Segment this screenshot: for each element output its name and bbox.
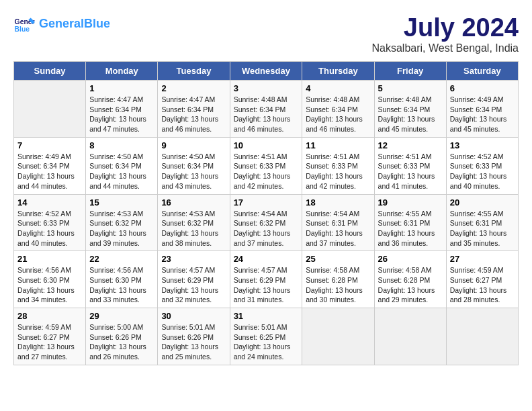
cell-info: Sunrise: 4:53 AMSunset: 6:32 PMDaylight:… [89,209,154,248]
calendar-cell: 29Sunrise: 5:00 AMSunset: 6:26 PMDayligh… [86,308,158,365]
calendar-cell: 9Sunrise: 4:50 AMSunset: 6:34 PMDaylight… [158,137,230,194]
day-number: 30 [161,311,226,321]
day-number: 9 [161,140,226,150]
day-number: 16 [161,197,226,208]
calendar-cell: 17Sunrise: 4:54 AMSunset: 6:32 PMDayligh… [230,194,302,251]
day-number: 4 [306,83,370,93]
calendar-cell: 23Sunrise: 4:57 AMSunset: 6:29 PMDayligh… [158,251,230,308]
calendar-cell: 11Sunrise: 4:51 AMSunset: 6:33 PMDayligh… [302,137,374,194]
week-row-2: 7Sunrise: 4:49 AMSunset: 6:34 PMDaylight… [14,137,519,194]
header-row: SundayMondayTuesdayWednesdayThursdayFrid… [14,62,519,81]
calendar-cell: 1Sunrise: 4:47 AMSunset: 6:34 PMDaylight… [86,81,158,138]
day-number: 28 [17,311,82,321]
calendar-cell: 28Sunrise: 4:59 AMSunset: 6:27 PMDayligh… [14,308,86,365]
day-number: 6 [450,83,515,93]
calendar-cell: 30Sunrise: 5:01 AMSunset: 6:26 PMDayligh… [158,308,230,365]
day-number: 7 [17,140,82,150]
month-title: July 2024 [372,13,519,42]
logo: General Blue GeneralBlue [13,13,110,35]
day-number: 31 [234,311,299,321]
cell-info: Sunrise: 4:47 AMSunset: 6:34 PMDaylight:… [89,95,154,134]
cell-info: Sunrise: 4:51 AMSunset: 6:33 PMDaylight:… [306,152,370,191]
calendar-cell: 2Sunrise: 4:47 AMSunset: 6:34 PMDaylight… [158,81,230,138]
day-number: 13 [450,140,515,150]
cell-info: Sunrise: 4:58 AMSunset: 6:28 PMDaylight:… [306,265,370,305]
day-number: 21 [17,254,82,264]
cell-info: Sunrise: 4:49 AMSunset: 6:34 PMDaylight:… [450,95,515,134]
logo-icon: General Blue [13,13,35,35]
week-row-4: 21Sunrise: 4:56 AMSunset: 6:30 PMDayligh… [14,251,519,308]
header-cell-monday: Monday [86,62,158,81]
day-number: 22 [89,254,154,264]
calendar-cell: 20Sunrise: 4:55 AMSunset: 6:31 PMDayligh… [446,194,518,251]
calendar-cell: 7Sunrise: 4:49 AMSunset: 6:34 PMDaylight… [14,137,86,194]
day-number: 20 [450,197,515,208]
header-cell-tuesday: Tuesday [158,62,230,81]
calendar-cell: 15Sunrise: 4:53 AMSunset: 6:32 PMDayligh… [86,194,158,251]
cell-info: Sunrise: 4:53 AMSunset: 6:32 PMDaylight:… [161,209,226,248]
cell-info: Sunrise: 4:59 AMSunset: 6:27 PMDaylight:… [17,322,82,362]
calendar-cell: 27Sunrise: 4:59 AMSunset: 6:27 PMDayligh… [446,251,518,308]
week-row-5: 28Sunrise: 4:59 AMSunset: 6:27 PMDayligh… [14,308,519,365]
cell-info: Sunrise: 4:57 AMSunset: 6:29 PMDaylight:… [161,265,226,305]
cell-info: Sunrise: 5:01 AMSunset: 6:26 PMDaylight:… [161,322,226,362]
day-number: 1 [89,83,154,93]
day-number: 26 [378,254,443,264]
svg-text:Blue: Blue [15,26,30,33]
cell-info: Sunrise: 4:52 AMSunset: 6:33 PMDaylight:… [17,209,82,248]
calendar-cell: 13Sunrise: 4:52 AMSunset: 6:33 PMDayligh… [446,137,518,194]
day-number: 24 [234,254,299,264]
calendar-cell: 8Sunrise: 4:50 AMSunset: 6:34 PMDaylight… [86,137,158,194]
header-cell-thursday: Thursday [302,62,374,81]
cell-info: Sunrise: 4:50 AMSunset: 6:34 PMDaylight:… [89,152,154,191]
day-number: 15 [89,197,154,208]
header-cell-friday: Friday [374,62,446,81]
calendar-cell: 22Sunrise: 4:56 AMSunset: 6:30 PMDayligh… [86,251,158,308]
week-row-1: 1Sunrise: 4:47 AMSunset: 6:34 PMDaylight… [14,81,519,138]
cell-info: Sunrise: 4:47 AMSunset: 6:34 PMDaylight:… [161,95,226,134]
calendar-cell: 21Sunrise: 4:56 AMSunset: 6:30 PMDayligh… [14,251,86,308]
calendar-cell: 16Sunrise: 4:53 AMSunset: 6:32 PMDayligh… [158,194,230,251]
calendar-cell: 4Sunrise: 4:48 AMSunset: 6:34 PMDaylight… [302,81,374,138]
cell-info: Sunrise: 4:56 AMSunset: 6:30 PMDaylight:… [89,265,154,305]
calendar-cell: 24Sunrise: 4:57 AMSunset: 6:29 PMDayligh… [230,251,302,308]
calendar-cell: 25Sunrise: 4:58 AMSunset: 6:28 PMDayligh… [302,251,374,308]
day-number: 27 [450,254,515,264]
cell-info: Sunrise: 4:52 AMSunset: 6:33 PMDaylight:… [450,152,515,191]
calendar-cell [302,308,374,365]
calendar-cell: 14Sunrise: 4:52 AMSunset: 6:33 PMDayligh… [14,194,86,251]
cell-info: Sunrise: 4:50 AMSunset: 6:34 PMDaylight:… [161,152,226,191]
cell-info: Sunrise: 4:48 AMSunset: 6:34 PMDaylight:… [378,95,443,134]
calendar-cell: 12Sunrise: 4:51 AMSunset: 6:33 PMDayligh… [374,137,446,194]
day-number: 18 [306,197,370,208]
cell-info: Sunrise: 4:59 AMSunset: 6:27 PMDaylight:… [450,265,515,305]
day-number: 8 [89,140,154,150]
cell-info: Sunrise: 4:48 AMSunset: 6:34 PMDaylight:… [306,95,370,134]
day-number: 5 [378,83,443,93]
cell-info: Sunrise: 4:51 AMSunset: 6:33 PMDaylight:… [234,152,299,191]
day-number: 19 [378,197,443,208]
header: General Blue GeneralBlue July 2024 Naksa… [13,13,519,54]
cell-info: Sunrise: 5:01 AMSunset: 6:25 PMDaylight:… [234,322,299,362]
day-number: 17 [234,197,299,208]
calendar-cell [14,81,86,138]
calendar-cell [374,308,446,365]
calendar-cell [446,308,518,365]
location-title: Naksalbari, West Bengal, India [372,42,519,54]
day-number: 14 [17,197,82,208]
logo-text-line1: GeneralBlue [39,17,110,31]
calendar-cell: 10Sunrise: 4:51 AMSunset: 6:33 PMDayligh… [230,137,302,194]
cell-info: Sunrise: 4:48 AMSunset: 6:34 PMDaylight:… [234,95,299,134]
day-number: 29 [89,311,154,321]
cell-info: Sunrise: 4:57 AMSunset: 6:29 PMDaylight:… [234,265,299,305]
calendar-cell: 3Sunrise: 4:48 AMSunset: 6:34 PMDaylight… [230,81,302,138]
cell-info: Sunrise: 4:54 AMSunset: 6:31 PMDaylight:… [306,209,370,248]
day-number: 25 [306,254,370,264]
day-number: 11 [306,140,370,150]
week-row-3: 14Sunrise: 4:52 AMSunset: 6:33 PMDayligh… [14,194,519,251]
day-number: 12 [378,140,443,150]
calendar-table: SundayMondayTuesdayWednesdayThursdayFrid… [13,61,519,365]
calendar-cell: 18Sunrise: 4:54 AMSunset: 6:31 PMDayligh… [302,194,374,251]
cell-info: Sunrise: 5:00 AMSunset: 6:26 PMDaylight:… [89,322,154,362]
day-number: 3 [234,83,299,93]
